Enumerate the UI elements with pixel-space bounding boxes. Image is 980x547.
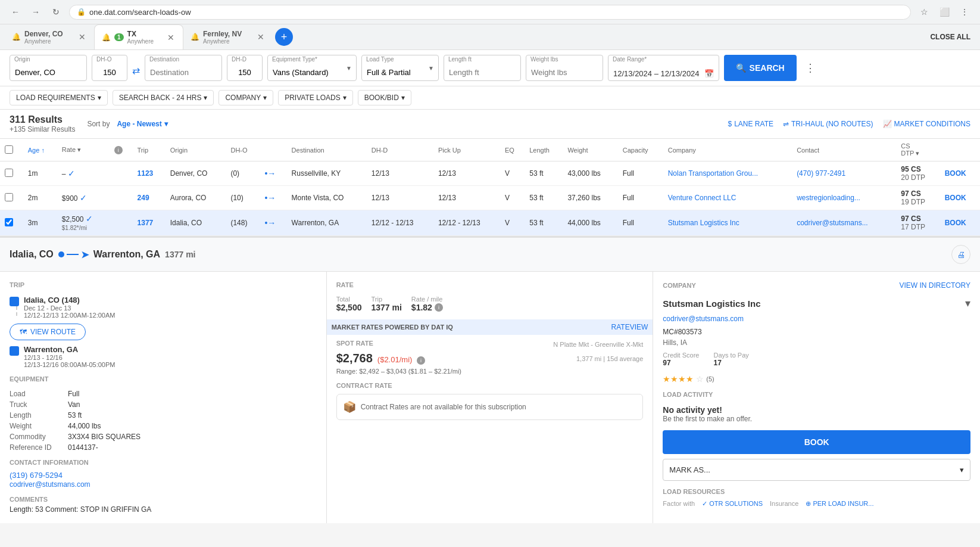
rpm-label: Rate / mile <box>411 296 443 303</box>
add-tab-button[interactable]: + <box>275 28 293 46</box>
row1-book-button[interactable]: BOOK <box>945 169 966 178</box>
row3-checkbox[interactable] <box>5 218 13 226</box>
total-value: $2,500 <box>336 303 362 312</box>
tri-haul-label: TRI-HAUL (NO ROUTES) <box>791 120 873 128</box>
tab-tx[interactable]: 🔔 1 TX Anywhere ✕ <box>94 24 183 49</box>
market-conditions-button[interactable]: 📈 MARKET CONDITIONS <box>883 120 970 128</box>
view-in-directory-button[interactable]: VIEW IN DIRECTORY <box>899 281 970 290</box>
col-eq[interactable]: EQ <box>500 139 525 161</box>
book-big-button[interactable]: BOOK <box>663 430 970 454</box>
col-dho[interactable]: DH-O <box>226 139 260 161</box>
close-all-button[interactable]: CLOSE ALL <box>925 30 975 43</box>
col-pickup[interactable]: Pick Up <box>433 139 500 161</box>
col-cs-dtp[interactable]: CS DTP ▾ <box>896 139 940 161</box>
extensions-button[interactable]: ⬜ <box>936 4 953 20</box>
col-rate[interactable]: Rate ▾ <box>57 139 110 161</box>
otr-solutions-label[interactable]: ✓ OTR SOLUTIONS <box>702 500 763 508</box>
tab-denver[interactable]: 🔔 Denver, CO Anywhere ✕ <box>5 25 94 49</box>
company-label: COMPANY <box>225 94 261 102</box>
row3-company[interactable]: Stutsman Logistics Inc <box>668 219 739 227</box>
sort-select[interactable]: Age - Newest ▾ <box>117 120 167 128</box>
swap-button[interactable]: ⇄ <box>132 65 140 76</box>
col-book <box>940 139 980 161</box>
back-button[interactable]: ← <box>7 4 24 20</box>
col-capacity[interactable]: Capacity <box>618 139 663 161</box>
row3-book-button[interactable]: BOOK <box>945 219 966 227</box>
row2-contact[interactable]: westregionloading... <box>797 194 860 202</box>
company-dropdown-button[interactable]: ▾ <box>965 297 970 310</box>
dh-o-field-group: DH-O <box>92 55 127 81</box>
book-bid-button[interactable]: BOOK/BID ▾ <box>358 90 411 105</box>
select-all-checkbox[interactable] <box>5 145 13 154</box>
trip-value: 1377 mi <box>371 303 401 312</box>
col-dhd[interactable]: DH-D <box>367 139 433 161</box>
row1-trip[interactable]: 1123 <box>138 169 154 178</box>
per-load-label[interactable]: ⊕ PER LOAD INSUR... <box>806 500 873 508</box>
col-destination[interactable]: Destination <box>287 139 367 161</box>
row2-company[interactable]: Venture Connect LLC <box>668 194 736 202</box>
row1-checkbox[interactable] <box>5 169 13 177</box>
row1-age: 1m <box>23 161 57 186</box>
empty-star: ☆ <box>696 374 704 384</box>
bookmark-button[interactable]: ☆ <box>916 4 932 20</box>
tab-tx-close[interactable]: ✕ <box>166 32 176 43</box>
more-options-button[interactable]: ⋮ <box>801 55 819 81</box>
load-requirements-button[interactable]: LOAD REQUIREMENTS ▾ <box>10 90 108 105</box>
search-back-button[interactable]: SEARCH BACK - 24 HRS ▾ <box>113 90 214 105</box>
company-name: Stutsman Logistics Inc <box>663 299 760 309</box>
calendar-icon[interactable]: 📅 <box>704 69 714 78</box>
row3-origin: Idalia, CO <box>166 210 226 236</box>
stop1-indicator-col <box>10 296 19 319</box>
contact-email[interactable]: codriver@stutsmans.com <box>10 480 90 489</box>
row2-checkbox[interactable] <box>5 193 13 201</box>
private-loads-button[interactable]: PRIVATE LOADS ▾ <box>278 90 353 105</box>
col-weight[interactable]: Weight <box>563 139 617 161</box>
company-stats: Credit Score 97 Days to Pay 17 <box>663 352 970 367</box>
forward-button[interactable]: → <box>27 4 44 20</box>
row1-capacity: Full <box>618 161 663 186</box>
row3-contact[interactable]: codriver@stutsmans... <box>797 219 868 227</box>
row3-trip[interactable]: 1377 <box>138 219 154 227</box>
col-company[interactable]: Company <box>663 139 792 161</box>
col-age[interactable]: Age ↑ <box>23 139 57 161</box>
spot-rate-info-icon[interactable]: i <box>417 356 425 365</box>
no-activity-sub: Be the first to make an offer. <box>663 415 970 423</box>
company-email[interactable]: codriver@stutsmans.com <box>663 315 970 323</box>
contact-phone[interactable]: (319) 679-5294 <box>10 471 63 480</box>
row1-contact[interactable]: (470) 977-2491 <box>797 169 845 178</box>
row3-length: 53 ft <box>525 210 563 236</box>
company-button[interactable]: COMPANY ▾ <box>219 90 273 105</box>
mark-as-button[interactable]: MARK AS... ▾ <box>663 459 970 481</box>
stop1-indicator <box>10 297 19 306</box>
col-length[interactable]: Length <box>525 139 563 161</box>
tab-fernley[interactable]: 🔔 Fernley, NV Anywhere ✕ <box>183 25 273 49</box>
rpm-info-icon[interactable]: i <box>435 303 443 312</box>
lane-rate-button[interactable]: $ LANE RATE <box>728 120 773 128</box>
table-row: 2m $900 ✓ 249 Aurora, CO (10) •→ Monte V… <box>0 186 980 210</box>
company-rating: ★★★★ ☆ (5) <box>663 374 970 384</box>
search-back-arrow: ▾ <box>204 94 207 102</box>
row2-trip[interactable]: 249 <box>138 194 149 202</box>
tab-fernley-close[interactable]: ✕ <box>256 31 266 43</box>
address-bar[interactable]: 🔒 one.dat.com/search-loads-ow <box>69 5 911 20</box>
menu-button[interactable]: ⋮ <box>956 4 973 20</box>
col-contact[interactable]: Contact <box>792 139 896 161</box>
reload-button[interactable]: ↻ <box>48 4 64 20</box>
col-origin[interactable]: Origin <box>166 139 226 161</box>
col-trip[interactable]: Trip <box>133 139 166 161</box>
print-button[interactable]: 🖨 <box>951 245 970 264</box>
row2-eq: V <box>500 186 525 210</box>
tri-haul-button[interactable]: ⇌ TRI-HAUL (NO ROUTES) <box>783 120 873 128</box>
tab-denver-close[interactable]: ✕ <box>77 31 87 43</box>
rate-per-mile: Rate / mile $1.82 i <box>411 296 443 312</box>
results-table-container: Age ↑ Rate ▾ i Trip Origin DH-O Destinat… <box>0 139 980 236</box>
rateview-button[interactable]: RATEVIEW <box>611 323 648 331</box>
info-icon[interactable]: i <box>114 146 123 154</box>
view-route-button[interactable]: 🗺 VIEW ROUTE <box>10 324 86 340</box>
row1-company[interactable]: Nolan Transportation Grou... <box>668 169 758 178</box>
detail-header: Idalia, CO ➤ Warrenton, GA 1377 mi 🖨 <box>0 238 980 272</box>
view-directory-label: VIEW IN DIRECTORY <box>899 281 970 290</box>
search-button[interactable]: 🔍 SEARCH <box>724 55 797 81</box>
row2-book-button[interactable]: BOOK <box>945 194 966 202</box>
days-to-pay-stat: Days to Pay 17 <box>713 352 748 367</box>
